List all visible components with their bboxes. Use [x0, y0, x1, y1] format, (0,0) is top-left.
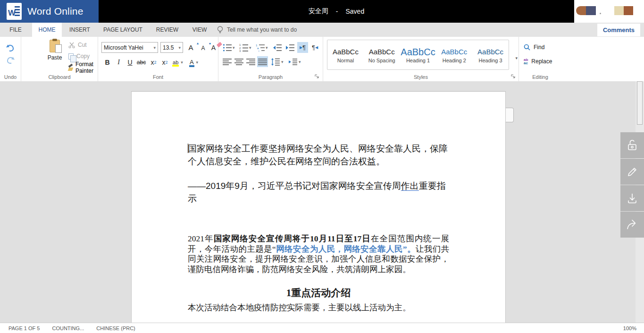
- pilcrow-icon: ¶: [312, 44, 315, 51]
- bold-text: 国家网络安全宣传周将于10月11日至17日: [214, 234, 371, 243]
- style-heading-1[interactable]: AaBbCc Heading 1: [400, 47, 436, 63]
- align-center-button[interactable]: [234, 56, 244, 67]
- undo-icon: [6, 43, 15, 52]
- italic-button[interactable]: I: [113, 57, 124, 68]
- decrease-indent-button[interactable]: [272, 42, 283, 53]
- chevron-down-icon[interactable]: ▾: [266, 45, 268, 50]
- replace-button[interactable]: ab ac Replace: [524, 58, 552, 65]
- document-content[interactable]: 国家网络安全工作要坚持网络安全为人民、网络安全靠人民，保障个人信息安全，维护公民…: [132, 92, 505, 323]
- chevron-down-icon[interactable]: ▾: [249, 45, 251, 50]
- share-button[interactable]: [620, 212, 644, 238]
- tab-insert[interactable]: INSERT: [65, 23, 95, 37]
- app-logo-block[interactable]: W Word Online: [0, 0, 99, 23]
- styles-dialog-launcher[interactable]: [511, 74, 516, 79]
- comments-button[interactable]: Comments: [597, 24, 640, 36]
- replace-icon-bottom: ac: [524, 61, 528, 65]
- tab-home[interactable]: HOME: [32, 23, 62, 37]
- font-group: Microsoft YaHei ▾ 13.5 ▾ A ▴ A ▾ A B I U…: [98, 37, 218, 81]
- highlight-color-button[interactable]: ab ▾: [171, 57, 185, 68]
- redo-icon: [6, 56, 15, 64]
- tab-page-layout[interactable]: PAGE LAYOUT: [100, 23, 145, 37]
- bullet-list-button[interactable]: [222, 42, 233, 53]
- document-page[interactable]: 国家网络安全工作要坚持网络安全为人民、网络安全靠人民，保障个人信息安全，维护公民…: [131, 91, 506, 323]
- strikethrough-button[interactable]: abc: [136, 57, 147, 68]
- protect-button[interactable]: [620, 132, 644, 158]
- style-no-spacing[interactable]: AaBbCc No Spacing: [364, 47, 400, 63]
- underline-button[interactable]: U: [125, 57, 135, 68]
- increase-indent-button[interactable]: [284, 42, 295, 53]
- style-preview: AaBbCc: [472, 47, 509, 57]
- user-avatar[interactable]: [576, 6, 596, 15]
- undo-button[interactable]: [6, 43, 15, 52]
- multilevel-list-button[interactable]: 1ai: [255, 42, 266, 53]
- title-separator: -: [336, 8, 338, 15]
- scrollbar-thumb[interactable]: [637, 81, 643, 125]
- zoom-level[interactable]: 100%: [623, 325, 636, 331]
- line-spacing-button[interactable]: [270, 56, 281, 67]
- align-right-button[interactable]: [245, 56, 256, 67]
- copy-label: Copy: [76, 53, 90, 60]
- ltr-text-direction-button[interactable]: ▶¶: [297, 42, 308, 53]
- styles-more-button[interactable]: ▾: [515, 56, 518, 60]
- paste-button[interactable]: Paste: [45, 40, 65, 70]
- download-button[interactable]: [620, 185, 644, 211]
- theme-blue-text: 网络安全为人民，网络安全靠人民: [276, 244, 403, 254]
- chevron-down-icon[interactable]: ▾: [281, 60, 284, 64]
- line-spacing-icon: [271, 58, 280, 66]
- rtl-text-direction-button[interactable]: ¶◀: [309, 42, 320, 53]
- style-name: Heading 2: [436, 58, 472, 63]
- copy-button[interactable]: Copy: [68, 52, 90, 60]
- chevron-down-icon[interactable]: ▾: [233, 45, 235, 50]
- chevron-down-icon[interactable]: ▾: [299, 60, 301, 64]
- paragraph-intro[interactable]: 2021年国家网络安全宣传周将于10月11日至17日在全国范围内统一展开，今年活…: [188, 234, 449, 274]
- chevron-down-icon: ▾: [181, 60, 183, 65]
- find-button[interactable]: Find: [524, 44, 544, 51]
- page-indicator[interactable]: PAGE 1 OF 5: [8, 325, 40, 331]
- bold-button[interactable]: B: [102, 57, 113, 68]
- pilcrow-icon: ¶: [302, 44, 306, 51]
- redo-button[interactable]: [6, 56, 15, 64]
- style-heading-3[interactable]: AaBbCc Heading 3: [472, 47, 509, 63]
- tab-review[interactable]: REVIEW: [151, 23, 183, 37]
- grow-font-button[interactable]: A ▴: [185, 42, 196, 53]
- word-count[interactable]: COUNTING...: [52, 325, 84, 331]
- font-color-glyph: A: [190, 59, 194, 66]
- paragraph-dialog-launcher[interactable]: [315, 74, 319, 79]
- edit-button[interactable]: [620, 159, 644, 185]
- tell-me-box[interactable]: Tell me what you want to do: [217, 23, 297, 37]
- replace-label: Replace: [531, 58, 552, 65]
- paragraph-text: 国家网络安全工作要坚持网络安全为人民、网络安全靠人民，保障个人信息安全，维护公民…: [188, 144, 448, 166]
- style-name: Heading 1: [400, 58, 436, 63]
- document-title-area: 安全周 - Saved: [99, 0, 574, 23]
- paragraph-quote[interactable]: 国家网络安全工作要坚持网络安全为人民、网络安全靠人民，保障个人信息安全，维护公民…: [188, 142, 449, 168]
- cut-button[interactable]: Cut: [68, 41, 87, 49]
- paragraph-attribution[interactable]: ——2019年9月，习近平总书记对国家网络安全宣传周作出重要指示: [188, 179, 449, 205]
- styles-group: AaBbCc Normal AaBbCc No Spacing AaBbCc H…: [323, 37, 519, 81]
- shrink-font-button[interactable]: A ▾: [198, 43, 209, 53]
- special-indent-button[interactable]: [287, 56, 298, 67]
- align-right-icon: [246, 58, 256, 66]
- subscript-button[interactable]: x2: [148, 57, 159, 68]
- tell-me-label: Tell me what you want to do: [227, 26, 297, 33]
- clear-formatting-button[interactable]: A: [208, 42, 219, 53]
- justify-button[interactable]: [257, 56, 268, 67]
- tab-file[interactable]: FILE: [6, 23, 25, 37]
- style-heading-2[interactable]: AaBbCc Heading 2: [436, 47, 472, 63]
- page-side-tab[interactable]: [506, 108, 514, 122]
- document-title[interactable]: 安全周: [309, 7, 328, 16]
- clipboard-icon: [50, 40, 60, 52]
- superscript-button[interactable]: x2: [159, 57, 170, 68]
- font-color-button[interactable]: A ▾: [187, 57, 201, 68]
- paragraph-activities[interactable]: 本次活动结合本地疫情防控实际需要，主要以线上活动为主。: [188, 303, 449, 313]
- language-indicator[interactable]: CHINESE (PRC): [96, 325, 135, 331]
- section-heading[interactable]: 1重点活动介绍: [188, 286, 449, 299]
- font-family-select[interactable]: Microsoft YaHei ▾: [101, 42, 158, 53]
- numbered-list-button[interactable]: 123: [238, 42, 249, 53]
- increase-indent-icon: [285, 43, 295, 52]
- user-avatar[interactable]: [614, 6, 633, 15]
- align-left-button[interactable]: [222, 56, 233, 67]
- style-normal[interactable]: AaBbCc Normal: [327, 47, 364, 63]
- font-size-select[interactable]: 13.5 ▾: [160, 42, 183, 53]
- tab-view[interactable]: VIEW: [188, 23, 211, 37]
- format-painter-button[interactable]: Format Painter: [68, 63, 98, 72]
